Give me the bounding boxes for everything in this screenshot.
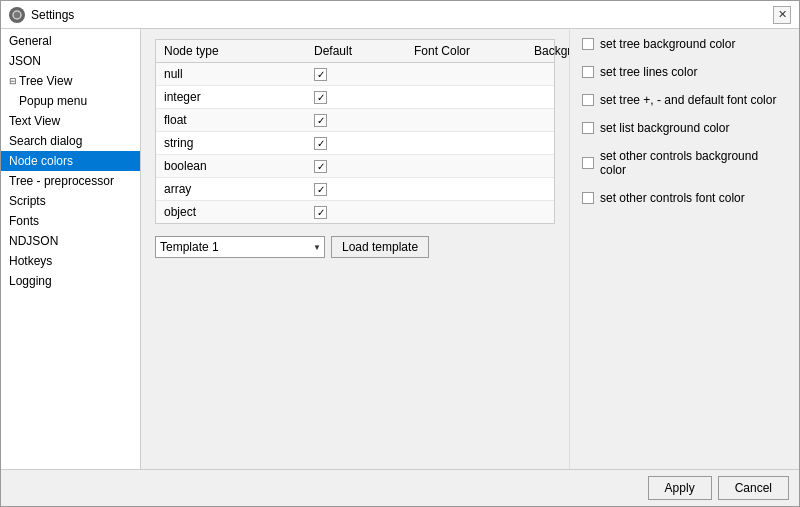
sidebar-item-label: Tree View [19,74,72,88]
default-checkbox[interactable] [314,91,327,104]
sidebar-item-label: Search dialog [9,134,82,148]
expand-icon: ⊟ [9,76,17,86]
sidebar-item-label: Popup menu [19,94,87,108]
table-header-font-color: Font Color [414,44,534,58]
default-checkbox[interactable] [314,68,327,81]
sidebar-item-tree-view[interactable]: ⊟ Tree View [1,71,140,91]
sidebar-item-fonts[interactable]: Fonts [1,211,140,231]
template-select-wrapper: Template 1Template 2Template 3 [155,236,325,258]
bottom-bar: Apply Cancel [1,469,799,506]
sidebar-item-ndjson[interactable]: NDJSON [1,231,140,251]
sidebar-item-tree-preprocessor[interactable]: Tree - preprocessor [1,171,140,191]
sidebar-item-hotkeys[interactable]: Hotkeys [1,251,140,271]
table-row: boolean [156,155,554,178]
node-type-cell: integer [164,90,314,104]
sidebar-item-general[interactable]: General [1,31,140,51]
close-button[interactable]: ✕ [773,6,791,24]
default-checkbox-container [314,183,414,196]
default-checkbox-container [314,160,414,173]
right-option-label-other-controls-font: set other controls font color [600,191,745,205]
sidebar-item-label: Tree - preprocessor [9,174,114,188]
table-row: array [156,178,554,201]
right-checkbox-list-bg[interactable] [582,122,594,134]
default-checkbox-container [314,114,414,127]
table-header-background-color: Background Color [534,44,569,58]
table-row: null [156,63,554,86]
default-checkbox-container [314,206,414,219]
sidebar-item-label: Scripts [9,194,46,208]
main-content-area: GeneralJSON⊟ Tree ViewPopup menuText Vie… [1,29,799,469]
right-option-label-tree-bg: set tree background color [600,37,735,51]
window-title: Settings [31,8,74,22]
title-bar-left: Settings [9,7,74,23]
node-colors-table: Node typeDefaultFont ColorBackground Col… [155,39,555,224]
sidebar-item-scripts[interactable]: Scripts [1,191,140,211]
right-checkbox-tree-plus-minus[interactable] [582,94,594,106]
default-checkbox[interactable] [314,206,327,219]
right-option-tree-bg[interactable]: set tree background color [582,37,787,51]
sidebar-item-logging[interactable]: Logging [1,271,140,291]
node-type-cell: boolean [164,159,314,173]
sidebar-item-label: JSON [9,54,41,68]
default-checkbox[interactable] [314,160,327,173]
right-option-label-other-controls-bg: set other controls background color [600,149,787,177]
table-row: integer [156,86,554,109]
right-checkbox-tree-bg[interactable] [582,38,594,50]
default-checkbox-container [314,91,414,104]
load-template-button[interactable]: Load template [331,236,429,258]
default-checkbox[interactable] [314,114,327,127]
right-panel: set tree background colorset tree lines … [569,29,799,469]
settings-window: Settings ✕ GeneralJSON⊟ Tree ViewPopup m… [0,0,800,507]
table-header-default: Default [314,44,414,58]
default-checkbox[interactable] [314,137,327,150]
template-section: Template 1Template 2Template 3 Load temp… [155,236,555,258]
node-type-cell: string [164,136,314,150]
sidebar-item-text-view[interactable]: Text View [1,111,140,131]
right-option-list-bg[interactable]: set list background color [582,121,787,135]
right-option-other-controls-font[interactable]: set other controls font color [582,191,787,205]
template-select[interactable]: Template 1Template 2Template 3 [155,236,325,258]
apply-button[interactable]: Apply [648,476,712,500]
table-header: Node typeDefaultFont ColorBackground Col… [156,40,554,63]
right-checkbox-tree-lines[interactable] [582,66,594,78]
title-bar: Settings ✕ [1,1,799,29]
right-option-other-controls-bg[interactable]: set other controls background color [582,149,787,177]
right-checkbox-other-controls-bg[interactable] [582,157,594,169]
sidebar-item-label: Fonts [9,214,39,228]
sidebar-item-search-dialog[interactable]: Search dialog [1,131,140,151]
svg-point-0 [13,11,21,19]
node-type-cell: null [164,67,314,81]
right-option-label-list-bg: set list background color [600,121,729,135]
sidebar-item-label: Logging [9,274,52,288]
sidebar-item-label: Text View [9,114,60,128]
right-option-tree-plus-minus[interactable]: set tree +, - and default font color [582,93,787,107]
settings-icon [9,7,25,23]
right-option-label-tree-plus-minus: set tree +, - and default font color [600,93,776,107]
sidebar-item-json[interactable]: JSON [1,51,140,71]
right-option-label-tree-lines: set tree lines color [600,65,697,79]
node-type-cell: array [164,182,314,196]
main-left: Node typeDefaultFont ColorBackground Col… [141,29,569,469]
sidebar-item-popup-menu[interactable]: Popup menu [1,91,140,111]
node-type-cell: float [164,113,314,127]
sidebar: GeneralJSON⊟ Tree ViewPopup menuText Vie… [1,29,141,469]
sidebar-item-node-colors[interactable]: Node colors [1,151,140,171]
default-checkbox-container [314,137,414,150]
cancel-button[interactable]: Cancel [718,476,789,500]
sidebar-item-label: NDJSON [9,234,58,248]
right-checkbox-other-controls-font[interactable] [582,192,594,204]
right-option-tree-lines[interactable]: set tree lines color [582,65,787,79]
table-header-node-type: Node type [164,44,314,58]
sidebar-item-label: Hotkeys [9,254,52,268]
node-type-cell: object [164,205,314,219]
sidebar-item-label: General [9,34,52,48]
default-checkbox-container [314,68,414,81]
table-row: string [156,132,554,155]
sidebar-item-label: Node colors [9,154,73,168]
table-row: object [156,201,554,223]
table-row: float [156,109,554,132]
default-checkbox[interactable] [314,183,327,196]
main-split: Node typeDefaultFont ColorBackground Col… [141,29,799,469]
